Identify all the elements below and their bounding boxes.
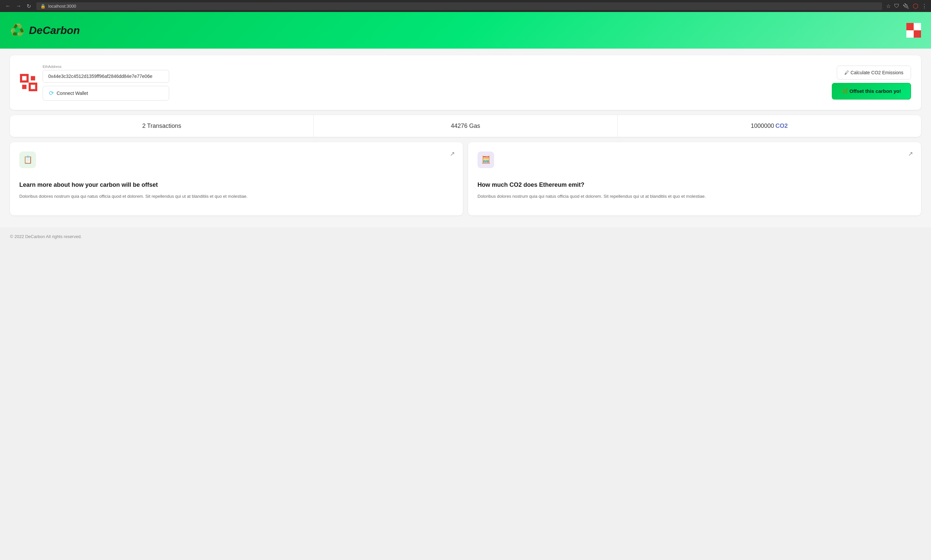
offset-carbon-button[interactable]: 🌿 Offset this carbon yo! — [832, 83, 911, 100]
stats-card: 2 Transactions 44276 Gas 1000000 CO2 — [10, 115, 921, 137]
co2-number: 1000000 — [751, 123, 774, 129]
offset-btn-label: 🌿 Offset this carbon yo! — [842, 88, 901, 94]
calculator-icon: 🧮 — [482, 155, 491, 164]
main-content: EthAddress ⟳ Connect Wallet 🖊 Calculate … — [0, 49, 931, 228]
browser-chrome: ← → ↻ 🔒 localhost:3000 ☆ 🛡 🔌 ⬡ ⋮ — [0, 0, 931, 12]
calculate-co2-button[interactable]: 🖊 Calculate CO2 Emissions — [837, 66, 911, 80]
header-avatar-container — [906, 23, 921, 38]
info-card-desc-2: Doloribus dolores nostrum quia qui natus… — [477, 193, 912, 200]
profile-icon[interactable]: ⬡ — [913, 2, 918, 10]
connect-wallet-label: Connect Wallet — [57, 91, 88, 96]
browser-actions: ☆ 🛡 🔌 ⬡ ⋮ — [886, 2, 927, 10]
document-icon: 📋 — [23, 155, 32, 164]
info-card-offset: 📋 ↗ Learn more about how your carbon wil… — [10, 142, 463, 215]
wallet-icon: ⟳ — [49, 89, 54, 97]
svg-rect-8 — [22, 76, 27, 81]
logo-text: DeCarbon — [29, 24, 80, 37]
svg-rect-0 — [906, 23, 914, 30]
shield-icon: 🛡 — [894, 3, 899, 9]
footer: © 2022 DeCarbon All rights reserved. — [0, 228, 931, 246]
info-card-desc-1: Doloribus dolores nostrum quia qui natus… — [19, 193, 454, 200]
reload-button[interactable]: ↻ — [25, 2, 32, 10]
svg-rect-10 — [31, 76, 35, 81]
back-button[interactable]: ← — [4, 2, 12, 10]
forward-button[interactable]: → — [15, 2, 23, 10]
svg-rect-11 — [22, 85, 27, 89]
svg-rect-3 — [906, 30, 914, 38]
calc-btn-label: 🖊 Calculate CO2 Emissions — [845, 70, 903, 75]
eth-address-group: EthAddress ⟳ Connect Wallet — [43, 65, 169, 100]
header-avatar — [906, 23, 921, 38]
info-card-title-2: How much CO2 does Ethereum emit? — [477, 182, 912, 188]
user-avatar — [20, 74, 37, 91]
logo-icon: ♻️ — [10, 23, 25, 37]
card-right: 🖊 Calculate CO2 Emissions 🌿 Offset this … — [832, 66, 911, 100]
url-bar[interactable]: 🔒 localhost:3000 — [36, 2, 882, 10]
bookmark-icon[interactable]: ☆ — [886, 3, 891, 9]
external-link-icon-2[interactable]: ↗ — [908, 150, 913, 157]
card-left: EthAddress ⟳ Connect Wallet — [20, 65, 169, 100]
card-icon-calculator: 🧮 — [477, 151, 494, 168]
svg-rect-1 — [914, 30, 921, 38]
info-card-ethereum: 🧮 ↗ How much CO2 does Ethereum emit? Dol… — [468, 142, 921, 215]
svg-rect-2 — [914, 23, 921, 30]
transactions-value: 2 Transactions — [142, 123, 181, 129]
transactions-stat: 2 Transactions — [10, 115, 314, 137]
eth-address-input[interactable] — [43, 70, 169, 83]
logo-area: ♻️ DeCarbon — [10, 23, 80, 37]
menu-icon[interactable]: ⋮ — [922, 3, 927, 9]
connect-wallet-button[interactable]: ⟳ Connect Wallet — [43, 86, 169, 100]
external-link-icon-1[interactable]: ↗ — [450, 150, 455, 157]
page-header: ♻️ DeCarbon — [0, 12, 931, 49]
svg-rect-9 — [31, 85, 35, 89]
main-card: EthAddress ⟳ Connect Wallet 🖊 Calculate … — [10, 55, 921, 110]
co2-label: CO2 — [776, 123, 788, 129]
footer-text: © 2022 DeCarbon All rights reserved. — [10, 234, 82, 239]
info-cards-row: 📋 ↗ Learn more about how your carbon wil… — [10, 142, 921, 215]
browser-nav: ← → ↻ — [4, 2, 32, 10]
eth-label: EthAddress — [43, 65, 169, 69]
gas-stat: 44276 Gas — [314, 115, 617, 137]
info-card-title-1: Learn more about how your carbon will be… — [19, 182, 454, 188]
card-icon-document: 📋 — [19, 151, 36, 168]
co2-stat: 1000000 CO2 — [618, 115, 921, 137]
gas-value: 44276 Gas — [451, 123, 480, 129]
url-text: localhost:3000 — [48, 4, 76, 9]
extension-icon[interactable]: 🔌 — [903, 3, 909, 9]
